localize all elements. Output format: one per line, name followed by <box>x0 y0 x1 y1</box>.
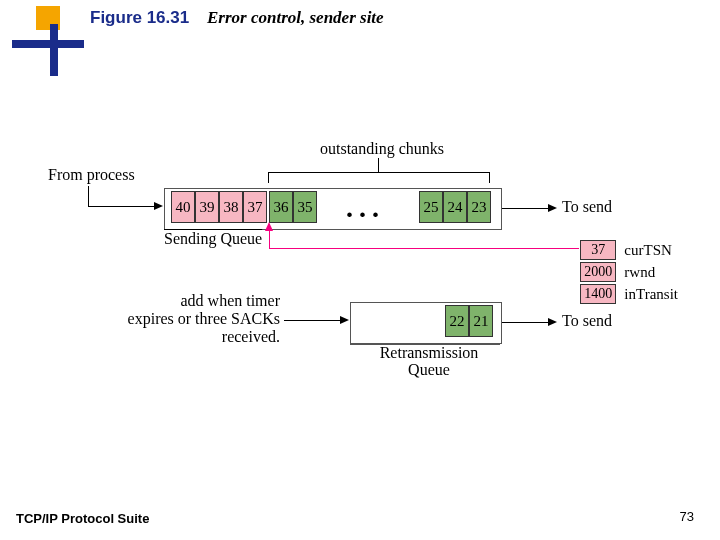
retransmission-queue: 22 21 <box>350 302 502 344</box>
arrow-head-icon <box>340 316 349 324</box>
figure-title: Error control, sender site <box>207 8 384 28</box>
label-retrans-queue: Retransmission Queue <box>374 344 484 378</box>
state-table: 37curTSN 2000rwnd 1400inTransit <box>578 238 680 306</box>
arrow-segment <box>502 208 548 209</box>
page-number: 73 <box>680 509 694 524</box>
chunk-pending: 39 <box>195 191 219 223</box>
sending-queue: 40 39 38 37 36 35 25 24 23 <box>164 188 502 230</box>
arrow-head-icon <box>548 204 557 212</box>
chunk-pending: 40 <box>171 191 195 223</box>
chunk-outstanding: 24 <box>443 191 467 223</box>
label-to-send: To send <box>562 198 612 216</box>
chunk-outstanding: 23 <box>467 191 491 223</box>
label-outstanding: outstanding chunks <box>320 140 444 158</box>
state-label: inTransit <box>618 284 678 304</box>
bracket-outstanding <box>268 172 490 183</box>
diagram: From process outstanding chunks 40 39 38… <box>40 130 680 430</box>
arrow-segment <box>88 206 154 207</box>
arrow-head-icon <box>265 222 273 231</box>
chunk-outstanding: 36 <box>269 191 293 223</box>
arrow-segment <box>502 322 548 323</box>
chunk-outstanding: 25 <box>419 191 443 223</box>
chunk-pending: 37 <box>243 191 267 223</box>
arrow-segment <box>88 186 89 206</box>
ellipsis-icon: ... <box>346 192 385 224</box>
underline <box>350 344 500 345</box>
feedback-line <box>269 248 579 249</box>
chunk-retrans: 21 <box>469 305 493 337</box>
label-retrans-note: add when timer expires or three SACKs re… <box>100 292 280 346</box>
label-sending-queue: Sending Queue <box>164 230 262 248</box>
arrow-head-icon <box>154 202 163 210</box>
state-label: curTSN <box>618 240 678 260</box>
arrow-segment <box>284 320 340 321</box>
chunk-outstanding: 35 <box>293 191 317 223</box>
feedback-line <box>269 230 270 248</box>
arrow-head-icon <box>548 318 557 326</box>
slide-logo <box>12 6 84 76</box>
state-value: 1400 <box>580 284 616 304</box>
figure-number: Figure 16.31 <box>90 8 189 28</box>
chunk-retrans: 22 <box>445 305 469 337</box>
chunk-pending: 38 <box>219 191 243 223</box>
label-to-send: To send <box>562 312 612 330</box>
bracket-stem <box>378 158 379 172</box>
label-from-process: From process <box>48 166 135 184</box>
state-value: 37 <box>580 240 616 260</box>
state-label: rwnd <box>618 262 678 282</box>
state-value: 2000 <box>580 262 616 282</box>
footer-text: TCP/IP Protocol Suite <box>16 511 149 526</box>
